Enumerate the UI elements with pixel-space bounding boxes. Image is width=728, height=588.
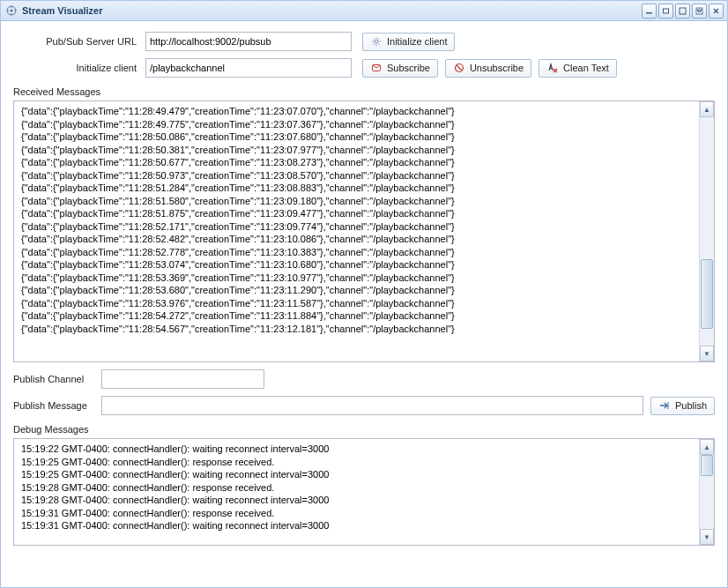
clean-text-icon xyxy=(546,62,559,74)
received-message-line: {"data":{"playbackTime":"11:28:49.775","… xyxy=(21,118,692,131)
init-client-label: Initialize client xyxy=(13,63,145,73)
minimize-button[interactable] xyxy=(642,4,657,19)
received-message-line: {"data":{"playbackTime":"11:28:51.875","… xyxy=(21,207,692,220)
scroll-up-icon[interactable]: ▲ xyxy=(700,439,714,455)
subscribe-button[interactable]: Subscribe xyxy=(362,59,438,78)
scroll-track[interactable] xyxy=(700,455,714,529)
titlebar[interactable]: Stream Visualizer xyxy=(1,1,727,21)
publish-message-label: Publish Message xyxy=(13,400,101,411)
debug-message-line: 15:19:25 GMT-0400: connectHandler(): res… xyxy=(21,456,692,469)
debug-messages-label: Debug Messages xyxy=(13,424,715,435)
debug-message-line: 15:19:22 GMT-0400: connectHandler(): wai… xyxy=(21,443,692,456)
debug-message-line: 15:19:31 GMT-0400: connectHandler(): wai… xyxy=(21,519,692,532)
svg-rect-5 xyxy=(696,8,702,14)
subscribe-label: Subscribe xyxy=(387,63,430,73)
received-messages-label: Received Messages xyxy=(13,86,715,97)
clean-text-button[interactable]: Clean Text xyxy=(539,59,617,78)
received-message-line: {"data":{"playbackTime":"11:28:53.976","… xyxy=(21,297,692,310)
received-message-line: {"data":{"playbackTime":"11:28:54.272","… xyxy=(21,309,692,323)
publish-message-row: Publish Message Publish xyxy=(13,396,715,415)
restore-button[interactable] xyxy=(658,4,673,19)
debug-message-line: 15:19:28 GMT-0400: connectHandler(): res… xyxy=(21,481,692,495)
received-message-line: {"data":{"playbackTime":"11:28:50.677","… xyxy=(21,156,692,169)
received-messages-content: {"data":{"playbackTime":"11:28:49.479","… xyxy=(14,101,699,361)
unsubscribe-icon xyxy=(453,62,465,74)
unsubscribe-label: Unsubscribe xyxy=(470,63,524,73)
init-client-row: Initialize client Subscribe Unsubscribe … xyxy=(13,58,715,78)
received-message-line: {"data":{"playbackTime":"11:28:51.580","… xyxy=(21,195,692,208)
maximize-button[interactable] xyxy=(675,4,690,19)
scrollbar[interactable]: ▲ ▼ xyxy=(699,101,714,361)
received-message-line: {"data":{"playbackTime":"11:28:53.074","… xyxy=(21,258,692,272)
initialize-client-label: Initialize client xyxy=(387,36,447,47)
scroll-thumb[interactable] xyxy=(701,455,713,476)
svg-rect-4 xyxy=(680,8,686,14)
received-message-line: {"data":{"playbackTime":"11:28:52.171","… xyxy=(21,220,692,234)
window-body: Pub/Sub Server URL Initialize client Ini… xyxy=(1,21,727,587)
server-url-label: Pub/Sub Server URL xyxy=(13,36,145,47)
close-button[interactable] xyxy=(709,4,724,19)
debug-message-line: 15:19:31 GMT-0400: connectHandler(): res… xyxy=(21,507,692,520)
app-icon xyxy=(6,5,17,16)
scroll-up-icon[interactable]: ▲ xyxy=(700,101,714,117)
scrollbar[interactable]: ▲ ▼ xyxy=(699,439,714,545)
received-message-line: {"data":{"playbackTime":"11:28:52.778","… xyxy=(21,246,692,259)
server-url-input[interactable] xyxy=(145,32,352,51)
scroll-track[interactable] xyxy=(700,117,714,346)
subscribe-icon xyxy=(370,62,383,74)
received-message-line: {"data":{"playbackTime":"11:28:50.086","… xyxy=(21,130,692,144)
window-controls xyxy=(642,4,724,19)
clean-text-label: Clean Text xyxy=(563,63,609,73)
publish-channel-input[interactable] xyxy=(101,369,264,389)
unsubscribe-button[interactable]: Unsubscribe xyxy=(445,59,531,78)
received-messages-area[interactable]: {"data":{"playbackTime":"11:28:49.479","… xyxy=(13,100,715,362)
debug-message-line: 15:19:28 GMT-0400: connectHandler(): wai… xyxy=(21,494,692,507)
svg-point-1 xyxy=(11,10,13,12)
window-title: Stream Visualizer xyxy=(22,5,642,16)
received-message-line: {"data":{"playbackTime":"11:28:50.381","… xyxy=(21,144,692,157)
received-message-line: {"data":{"playbackTime":"11:28:49.479","… xyxy=(21,105,692,118)
debug-message-line: 15:19:25 GMT-0400: connectHandler(): wai… xyxy=(21,468,692,481)
gear-icon xyxy=(370,35,383,48)
publish-channel-row: Publish Channel xyxy=(13,369,715,389)
window: Stream Visualizer Pub/Sub Server URL Ini… xyxy=(0,0,728,588)
collapse-button[interactable] xyxy=(692,4,707,19)
received-message-line: {"data":{"playbackTime":"11:28:54.567","… xyxy=(21,323,692,336)
publish-button[interactable]: Publish xyxy=(650,397,715,415)
received-message-line: {"data":{"playbackTime":"11:28:50.973","… xyxy=(21,169,692,182)
publish-icon xyxy=(658,399,671,412)
received-message-line: {"data":{"playbackTime":"11:28:52.482","… xyxy=(21,233,692,246)
publish-message-input[interactable] xyxy=(101,396,643,415)
channel-input[interactable] xyxy=(145,58,352,78)
received-message-line: {"data":{"playbackTime":"11:28:53.369","… xyxy=(21,272,692,285)
received-message-line: {"data":{"playbackTime":"11:28:51.284","… xyxy=(21,182,692,195)
initialize-client-button[interactable]: Initialize client xyxy=(362,33,455,51)
scroll-down-icon[interactable]: ▼ xyxy=(700,529,714,545)
server-url-row: Pub/Sub Server URL Initialize client xyxy=(13,32,715,51)
svg-rect-3 xyxy=(664,9,669,13)
debug-messages-content: 15:19:22 GMT-0400: connectHandler(): wai… xyxy=(14,439,699,545)
publish-label: Publish xyxy=(675,400,707,411)
debug-messages-area[interactable]: 15:19:22 GMT-0400: connectHandler(): wai… xyxy=(13,438,715,546)
publish-channel-label: Publish Channel xyxy=(13,374,101,384)
svg-point-6 xyxy=(375,40,378,43)
received-message-line: {"data":{"playbackTime":"11:28:53.680","… xyxy=(21,284,692,297)
svg-rect-2 xyxy=(646,12,652,14)
scroll-thumb[interactable] xyxy=(701,259,713,330)
scroll-down-icon[interactable]: ▼ xyxy=(700,346,714,361)
